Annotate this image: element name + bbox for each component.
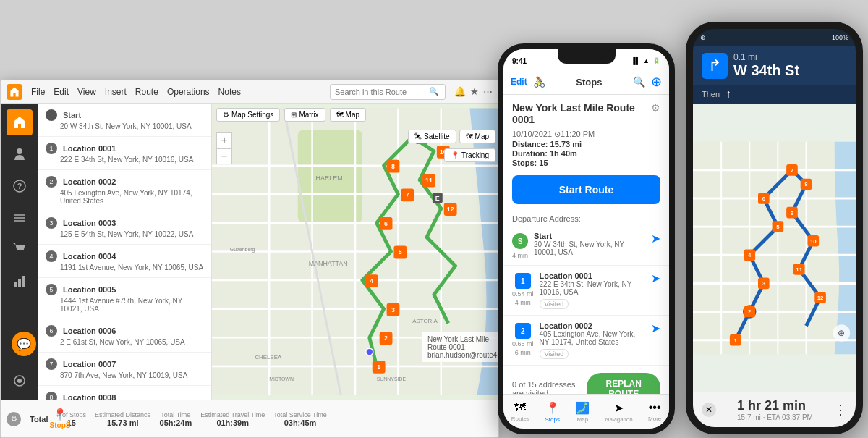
chat-bubble[interactable]: 💬 bbox=[12, 332, 36, 356]
bottom-settings-icon[interactable]: ⚙ bbox=[7, 412, 21, 426]
sidebar-help[interactable]: ? bbox=[7, 173, 33, 199]
nav-arrow-icon[interactable]: ➤ bbox=[651, 232, 660, 245]
duration-meta: Duration: 1h 40m bbox=[512, 149, 660, 158]
star-icon[interactable]: ★ bbox=[470, 86, 479, 97]
sidebar-cart[interactable] bbox=[7, 237, 33, 263]
settings-icon: ⚙ bbox=[223, 111, 229, 119]
svg-text:⊕: ⊕ bbox=[838, 328, 845, 337]
eta-close-button[interactable]: ✕ bbox=[702, 403, 716, 417]
replan-button[interactable]: REPLAN ROUTE bbox=[587, 373, 660, 394]
list-item[interactable]: 6 Location 0006 2 E 61st St, New York, N… bbox=[38, 319, 211, 353]
stop-address: 2 E 61st St, New York, NY 10065, USA bbox=[60, 338, 204, 346]
eta-distance-sub: 15.7 mi · ETA 03:37 PM bbox=[737, 413, 813, 421]
nav-map[interactable]: 🗾 Map bbox=[575, 401, 590, 423]
eta-more-button[interactable]: ⋮ bbox=[834, 402, 847, 418]
map-settings-button[interactable]: ⚙ Map Settings bbox=[216, 108, 280, 122]
map-area: HARLEM MANHATTAN Guttenberg ASTORIA CHEL… bbox=[212, 104, 498, 400]
sidebar-analytics[interactable] bbox=[7, 269, 33, 295]
stops-meta: Stops: 15 bbox=[512, 159, 660, 167]
route-title: New York Last Mile Route 0001 bbox=[512, 102, 651, 125]
matrix-button[interactable]: ⊞ Matrix bbox=[284, 108, 325, 122]
menu-insert[interactable]: Insert bbox=[105, 87, 127, 97]
stop-item-1[interactable]: 1 0.54 mi 4 min Location 0001 222 E 34th… bbox=[503, 266, 669, 316]
stops-icon: 📍 bbox=[53, 408, 67, 421]
svg-rect-2 bbox=[14, 282, 17, 287]
sidebar-users[interactable] bbox=[7, 141, 33, 167]
nav-navigation[interactable]: ➤ Navigation bbox=[605, 401, 633, 423]
svg-text:1: 1 bbox=[377, 363, 380, 371]
list-item[interactable]: 5 Location 0005 1444 1st Avenue #75th, N… bbox=[38, 278, 211, 319]
tab-edit[interactable]: Edit bbox=[511, 77, 527, 87]
map-toggle-button[interactable]: 🗺 Map bbox=[459, 130, 495, 143]
stop-number: 5 bbox=[46, 284, 57, 295]
tracking-button[interactable]: 📍 Tracking bbox=[444, 148, 495, 162]
svg-text:CHELSEA: CHELSEA bbox=[255, 354, 282, 361]
svg-text:?: ? bbox=[17, 182, 22, 190]
replan-bar: 0 of 15 addresses are visited REPLAN ROU… bbox=[503, 366, 669, 394]
matrix-label: Matrix bbox=[299, 111, 318, 119]
menu-notes[interactable]: Notes bbox=[218, 87, 241, 97]
list-item[interactable]: 3 Location 0003 125 E 54th St, New York,… bbox=[38, 211, 211, 245]
svg-text:E: E bbox=[435, 195, 440, 202]
start-route-button[interactable]: Start Route bbox=[512, 175, 660, 204]
list-item[interactable]: 8 Location 0008 533 W 47th St, New York,… bbox=[38, 386, 211, 400]
menu-edit[interactable]: Edit bbox=[54, 87, 69, 97]
stop-info-start: Start 20 W 34th St, New York, NY 10001, … bbox=[534, 232, 645, 256]
nav-stops-active[interactable]: 📍 Stops bbox=[545, 401, 559, 423]
phone-2: ⊕ 100% ↱ 0.1 mi W 34th St Then ↑ bbox=[686, 22, 863, 434]
options-icon[interactable]: ⋯ bbox=[483, 86, 493, 97]
list-item[interactable]: 4 Location 0004 1191 1st Avenue, New Yor… bbox=[38, 245, 211, 278]
stop-title: Location 0006 bbox=[63, 327, 116, 335]
tab-stops-center[interactable]: Stops bbox=[551, 77, 627, 88]
search-phone-icon[interactable]: 🔍 bbox=[633, 76, 645, 88]
svg-text:4: 4 bbox=[370, 277, 373, 285]
sidebar-routes[interactable] bbox=[7, 205, 33, 231]
list-item[interactable]: 7 Location 0007 870 7th Ave, New York, N… bbox=[38, 353, 211, 386]
sidebar-settings[interactable] bbox=[7, 368, 33, 394]
menu-file[interactable]: File bbox=[31, 87, 45, 97]
nav-more[interactable]: ••• More bbox=[648, 401, 661, 422]
search-input[interactable] bbox=[335, 88, 429, 96]
more-icon: ••• bbox=[649, 401, 661, 414]
tracking-bar: 📍 Tracking bbox=[444, 148, 495, 162]
distance-meta: Distance: 15.73 mi bbox=[512, 140, 660, 148]
sidebar-home[interactable] bbox=[7, 109, 33, 135]
bike-icon: 🚴 bbox=[533, 76, 545, 88]
menu-bar: File Edit View Insert Route Operations N… bbox=[1, 80, 498, 104]
map-view-button[interactable]: 🗺 Map bbox=[330, 108, 366, 122]
svg-text:11: 11 bbox=[425, 177, 433, 184]
satellite-button[interactable]: 🛰 Satellite bbox=[408, 130, 456, 143]
nav-routes[interactable]: 🗺 Routes bbox=[511, 401, 529, 422]
service-label: Total Service Time bbox=[273, 411, 327, 418]
svg-text:8: 8 bbox=[391, 163, 395, 170]
zoom-out-button[interactable]: − bbox=[216, 148, 232, 164]
travel-label: Estimated Travel Time bbox=[200, 411, 265, 418]
list-item[interactable]: 2 Location 0002 405 Lexington Ave, New Y… bbox=[38, 170, 211, 211]
stop-item-start[interactable]: S 4 min Start 20 W 34th St, New York, NY… bbox=[503, 226, 669, 266]
menu-view[interactable]: View bbox=[77, 87, 96, 97]
svg-text:7: 7 bbox=[406, 191, 409, 198]
distance-stat: Estimated Distance 15.73 mi bbox=[95, 411, 151, 427]
stop-name-1: Location 0001 bbox=[540, 271, 645, 280]
bell-icon[interactable]: 🔔 bbox=[454, 86, 466, 97]
route-name-bar: New York Last Mile Route 0001 brian.huds… bbox=[422, 332, 498, 362]
zoom-in-button[interactable]: + bbox=[216, 132, 232, 148]
menu-operations[interactable]: Operations bbox=[167, 87, 210, 97]
stop-title: Location 0008 bbox=[63, 393, 116, 400]
stop-badge-1: 1 bbox=[515, 273, 531, 289]
menu-route[interactable]: Route bbox=[135, 87, 158, 97]
map-nav-icon: 🗾 bbox=[575, 401, 590, 415]
stop-number bbox=[46, 109, 57, 121]
svg-text:ASTORIA: ASTORIA bbox=[412, 319, 438, 325]
list-item[interactable]: 1 Location 0001 222 E 34th St, New York,… bbox=[38, 137, 211, 170]
stop-item-2[interactable]: 2 0.65 mi 6 min Location 0002 405 Lexing… bbox=[503, 316, 669, 366]
map-nav-label: Map bbox=[577, 416, 589, 423]
svg-text:HARLEM: HARLEM bbox=[316, 174, 343, 182]
nav-arrow-2[interactable]: ➤ bbox=[651, 321, 660, 335]
settings-gear-icon[interactable]: ⚙ bbox=[651, 102, 660, 114]
departure-section: Departure Address: bbox=[503, 211, 669, 226]
then-bar: Then ↑ bbox=[693, 85, 856, 104]
add-stop-icon[interactable]: ⊕ bbox=[651, 74, 662, 90]
list-item[interactable]: Start 20 W 34th St, New York, NY 10001, … bbox=[38, 104, 211, 137]
nav-arrow-1[interactable]: ➤ bbox=[651, 271, 660, 285]
